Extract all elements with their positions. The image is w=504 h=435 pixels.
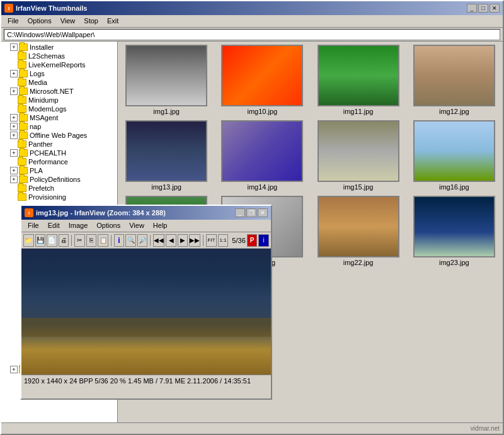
menu-stop[interactable]: Stop [80, 16, 102, 26]
tool-next-button[interactable]: ▶ [178, 234, 188, 247]
tree-item-msagent[interactable]: + MSAgent [1, 113, 117, 122]
maximize-button[interactable]: □ [478, 4, 488, 13]
tree-item-modemlogs[interactable]: ModemLogs [1, 105, 117, 113]
expander-offlinewebpages[interactable]: + [10, 132, 18, 139]
tool-prev-button[interactable]: ◀ [166, 234, 176, 247]
tree-item-pla[interactable]: + PLA [1, 166, 117, 175]
tree-item-nap[interactable]: + nap [1, 122, 117, 131]
thumb-img16[interactable]: img16.jpg [409, 120, 500, 191]
tree-label-nap: nap [30, 123, 41, 130]
tool-open-button[interactable]: 📁 [23, 234, 34, 247]
irfan-minimize-button[interactable]: _ [235, 208, 245, 217]
irfan-menu-file[interactable]: File [24, 221, 43, 230]
expander-winsxs[interactable]: + [10, 366, 18, 373]
tool-extra-button[interactable]: i [258, 234, 269, 247]
irfan-menu-view[interactable]: View [125, 221, 148, 230]
expander-msagent[interactable]: + [10, 114, 18, 121]
thumb-img14[interactable]: img14.jpg [217, 120, 307, 191]
thumb-name-img12: img12.jpg [439, 108, 469, 115]
expander-installer[interactable]: + [10, 43, 18, 51]
irfan-status-text: 1920 x 1440 x 24 BPP 5/36 20 % 1.45 MB /… [24, 377, 251, 385]
irfan-menu-help[interactable]: Help [149, 221, 171, 230]
thumb-img1[interactable]: img1.jpg [121, 45, 212, 115]
tree-item-performance[interactable]: Performance [1, 157, 117, 166]
tool-paste-button[interactable]: 📋 [98, 234, 108, 247]
tree-item-media[interactable]: Media [1, 78, 117, 87]
tree-item-minidump[interactable]: Minidump [1, 96, 117, 105]
folder-icon-installer [19, 43, 28, 51]
watermark: vidmar.net [471, 425, 500, 432]
tool-zoom-in-button[interactable]: 🔍 [125, 234, 136, 247]
irfan-title-bar: I img13.jpg - IrfanView (Zoom: 384 x 288… [21, 206, 271, 220]
expander-logs[interactable]: + [10, 70, 18, 77]
thumb-name-img15: img15.jpg [343, 183, 374, 191]
tree-item-prefetch[interactable]: Prefetch [1, 184, 117, 193]
irfan-menu-edit[interactable]: Edit [44, 221, 64, 230]
expander-pla[interactable]: + [10, 167, 18, 174]
title-bar-controls: _ □ ✕ [467, 4, 500, 13]
tree-item-livekernelreports[interactable]: LiveKernelReports [1, 60, 117, 69]
irfan-menu-options[interactable]: Options [93, 221, 124, 230]
toolbar-separator-2 [111, 235, 112, 246]
tree-item-offlinewebpages[interactable]: + Offline Web Pages [1, 131, 117, 140]
tool-prev2-button[interactable]: ◀◀ [153, 234, 164, 247]
tree-item-logs[interactable]: + Logs [1, 69, 117, 78]
tool-save-button[interactable]: 💾 [35, 234, 46, 247]
tree-label-media: Media [28, 79, 47, 86]
expander-policydefinitions[interactable]: + [10, 176, 18, 183]
expander-pchealth[interactable]: + [10, 149, 18, 157]
folder-icon-pchealth [19, 149, 28, 157]
expander-microsoftnet[interactable]: + [10, 88, 18, 95]
tree-label-provisioning: Provisioning [28, 193, 66, 201]
thumb-name-img13: img13.jpg [151, 183, 181, 191]
tree-label-installer: Installer [30, 43, 54, 51]
tool-copy-button[interactable]: ⎘ [86, 234, 97, 247]
thumb-name-img10: img10.jpg [248, 108, 278, 115]
tool-fit-button[interactable]: FIT [206, 234, 217, 247]
tree-item-l2schemas[interactable]: L2Schemas [1, 52, 117, 60]
irfan-restore-button[interactable]: ❐ [246, 208, 256, 217]
toolbar-separator-1 [71, 235, 72, 246]
thumb-img22[interactable]: img22.jpg [313, 196, 404, 266]
minimize-button[interactable]: _ [467, 4, 477, 13]
tool-cut-button[interactable]: ✂ [74, 234, 85, 247]
thumb-img11[interactable]: img11.jpg [313, 45, 404, 115]
thumb-img12[interactable]: img12.jpg [409, 45, 500, 115]
tree-item-microsoftnet[interactable]: + Microsoft.NET [1, 87, 117, 96]
tool-irfan-button[interactable]: P [247, 234, 258, 247]
tree-item-panther[interactable]: Panther [1, 140, 117, 149]
tool-next2-button[interactable]: ▶▶ [189, 234, 200, 247]
tool-print-button[interactable]: 🖨 [59, 234, 69, 247]
expander-nap[interactable]: + [10, 123, 18, 130]
tool-info-button[interactable]: i [114, 234, 125, 247]
thumb-img23[interactable]: img23.jpg [409, 196, 500, 266]
menu-exit[interactable]: Exit [103, 16, 122, 26]
thumb-img13[interactable]: img13.jpg [121, 120, 212, 191]
menu-view[interactable]: View [57, 16, 79, 26]
tool-properties-button[interactable]: 📄 [47, 234, 57, 247]
address-input[interactable] [4, 29, 500, 40]
tree-item-installer[interactable]: + Installer [1, 43, 117, 52]
menu-file[interactable]: File [4, 16, 23, 26]
irfan-close-button[interactable]: ✕ [258, 208, 268, 217]
irfanview-window: I img13.jpg - IrfanView (Zoom: 384 x 288… [20, 205, 272, 400]
close-button[interactable]: ✕ [490, 4, 500, 13]
tree-item-provisioning[interactable]: Provisioning [1, 193, 117, 201]
tree-item-policydefinitions[interactable]: + PolicyDefinitions [1, 175, 117, 184]
thumb-img15[interactable]: img15.jpg [313, 120, 404, 191]
tool-actual-button[interactable]: 1:1 [218, 234, 229, 247]
tool-zoom-out-button[interactable]: 🔎 [137, 234, 148, 247]
irfan-controls: _ ❐ ✕ [235, 208, 268, 217]
thumb-preview-img1 [125, 45, 207, 106]
thumb-img10[interactable]: img10.jpg [217, 45, 307, 115]
folder-icon-provisioning [18, 193, 26, 201]
irfan-toolbar: 📁 💾 📄 🖨 ✂ ⎘ 📋 i 🔍 🔎 ◀◀ ◀ ▶ ▶▶ FIT 1:1 5/… [21, 232, 271, 249]
folder-icon-logs [19, 70, 28, 77]
tree-label-performance: Performance [28, 158, 68, 166]
irfan-menu-image[interactable]: Image [65, 221, 92, 230]
thumb-name-img22: img22.jpg [343, 259, 374, 266]
tree-item-pchealth[interactable]: + PCHEALTH [1, 149, 117, 157]
menu-options[interactable]: Options [24, 16, 55, 26]
folder-icon-panther [18, 140, 26, 148]
thumb-preview-img13 [125, 120, 207, 182]
